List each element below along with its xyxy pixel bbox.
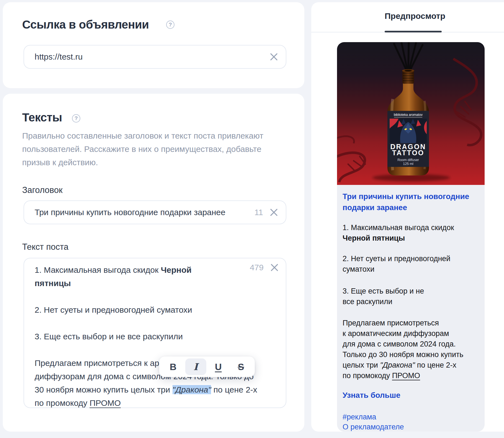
preview-title-line: Три причины купить новогодние bbox=[343, 191, 479, 202]
preview-promo-code: ПРОМО bbox=[392, 371, 420, 380]
preview-text-line: 3. Еще есть выбор и не bbox=[343, 286, 479, 296]
preview-text-line: 2. Нет суеты и предновогодней bbox=[343, 253, 479, 264]
post-paragraph-3: 3. Еще есть выбор и не все раскупили bbox=[35, 330, 255, 343]
clear-headline-icon[interactable] bbox=[269, 208, 279, 217]
texts-title: Тексты bbox=[22, 111, 62, 124]
brand-name: biblioteka aromatov bbox=[394, 113, 423, 117]
product-image: biblioteka aromatov bbox=[337, 42, 485, 185]
description-line: пользователей. Расскажите в них о преиму… bbox=[22, 142, 263, 156]
bold-icon: B bbox=[170, 361, 177, 372]
question-mark-glyph: ? bbox=[74, 115, 78, 121]
description-line: призыв к действию. bbox=[22, 156, 263, 169]
product-name-line2: TATTOO bbox=[392, 149, 425, 157]
preview-text-line-bold: Черной пятницы bbox=[343, 233, 479, 243]
post-paragraph-1: 1. Максимальная выгода скидок Черной пят… bbox=[35, 263, 255, 290]
preview-text-body: Три причины купить новогодние подарки за… bbox=[337, 191, 485, 432]
active-tab-underline bbox=[385, 31, 442, 32]
post-text: 1. Максимальная выгода скидок bbox=[35, 265, 161, 274]
post-char-counter: 479 bbox=[250, 263, 264, 272]
preview-text-line: Только до 30 ноября можно купить bbox=[343, 349, 479, 360]
strikethrough-icon: S bbox=[238, 361, 244, 372]
post-text: 30 ноября можно купить целых три bbox=[35, 385, 173, 394]
post-counter-wrap: 479 bbox=[250, 263, 279, 272]
about-advertiser-link[interactable]: О рекламодателе bbox=[343, 422, 479, 432]
italic-button[interactable]: I bbox=[185, 358, 206, 375]
preview-panel: Предпросмотр bbox=[311, 2, 504, 432]
underline-icon: U bbox=[215, 361, 222, 372]
promo-code-text: ПРОМО bbox=[90, 398, 121, 408]
ad-link-card: Ссылка в объявлении ? https://test.ru bbox=[3, 2, 304, 88]
headline-input-value: Три причины купить новогодние подарки за… bbox=[35, 208, 254, 217]
texts-description: Правильно составленные заголовок и текст… bbox=[22, 129, 263, 169]
headline-char-counter: 11 bbox=[254, 208, 263, 217]
preview-meta: #реклама О рекламодателе bbox=[343, 412, 479, 432]
preview-text-italic: "Дракона" bbox=[380, 361, 415, 369]
headline-label: Заголовок bbox=[22, 185, 63, 195]
page: Ссылка в объявлении ? https://test.ru Те… bbox=[0, 0, 504, 438]
preview-text-line: к ароматическим диффузорам bbox=[343, 328, 479, 339]
ad-link-title: Ссылка в объявлении bbox=[22, 18, 149, 31]
clear-url-icon[interactable] bbox=[269, 52, 279, 62]
preview-paragraph-3: 3. Еще есть выбор и не все раскупили bbox=[343, 286, 479, 307]
help-icon[interactable]: ? bbox=[72, 114, 80, 123]
preview-text: по цене 2-х bbox=[415, 361, 456, 369]
post-text-label: Текст поста bbox=[22, 242, 68, 252]
headline-input[interactable]: Три причины купить новогодние подарки за… bbox=[24, 200, 286, 224]
post-text-area[interactable]: 479 1. Максимальная выгода скидок Черной… bbox=[24, 258, 286, 408]
help-icon[interactable]: ? bbox=[166, 21, 174, 29]
description-line: Правильно составленные заголовок и текст… bbox=[22, 129, 263, 142]
underline-button[interactable]: U bbox=[208, 358, 229, 375]
question-mark-glyph: ? bbox=[169, 22, 172, 27]
text-format-toolbar: B I U S bbox=[159, 356, 255, 377]
preview-text-line: суматохи bbox=[343, 264, 479, 274]
product-volume: 125 ml bbox=[403, 162, 413, 166]
preview-text: целых три bbox=[343, 361, 380, 369]
preview-title: Три причины купить новогодние подарки за… bbox=[343, 191, 479, 213]
bold-button[interactable]: B bbox=[163, 358, 184, 375]
preview-paragraph-1: 1. Максимальная выгода скидок Черной пят… bbox=[343, 222, 479, 243]
post-paragraph-2: 2. Нет суеты и предновогодней суматохи bbox=[35, 303, 255, 317]
preview-text: по промокоду bbox=[343, 371, 392, 380]
tab-preview[interactable]: Предпросмотр bbox=[385, 11, 442, 21]
preview-paragraph-2: 2. Нет суеты и предновогодней суматохи bbox=[343, 253, 479, 274]
dragon-artwork bbox=[390, 119, 427, 143]
post-text-bold: Черной bbox=[161, 265, 192, 274]
learn-more-link[interactable]: Узнать больше bbox=[343, 390, 479, 401]
preview-paragraph-4: Предлагаем присмотреться к ароматическим… bbox=[343, 318, 479, 381]
preview-title-line: подарки заранее bbox=[343, 202, 479, 213]
ad-hashtag-link[interactable]: #реклама bbox=[343, 412, 479, 422]
preview-text-line: 1. Максимальная выгода скидок bbox=[343, 222, 479, 233]
italic-icon: I bbox=[194, 361, 198, 372]
preview-text-line: Предлагаем присмотреться bbox=[343, 318, 479, 328]
preview-text-line: для дома с символом 2024 года. bbox=[343, 339, 479, 349]
selected-text: "Дракона" bbox=[173, 385, 211, 394]
post-text-bold: пятницы bbox=[35, 277, 255, 290]
clear-post-icon[interactable] bbox=[270, 263, 279, 272]
url-input[interactable]: https://test.ru bbox=[24, 45, 286, 69]
strikethrough-button[interactable]: S bbox=[230, 358, 251, 375]
ad-preview-card: biblioteka aromatov bbox=[337, 42, 485, 432]
bottle-label: biblioteka aromatov bbox=[387, 111, 429, 167]
preview-text-line: все раскупили bbox=[343, 296, 479, 307]
texts-card: Тексты ? Правильно составленные заголово… bbox=[3, 94, 304, 432]
product-subtitle: Room diffuser bbox=[397, 158, 419, 162]
post-text: по цене 2-х bbox=[211, 385, 257, 394]
url-input-value: https://test.ru bbox=[35, 52, 269, 62]
post-text: по промокоду bbox=[35, 398, 90, 408]
